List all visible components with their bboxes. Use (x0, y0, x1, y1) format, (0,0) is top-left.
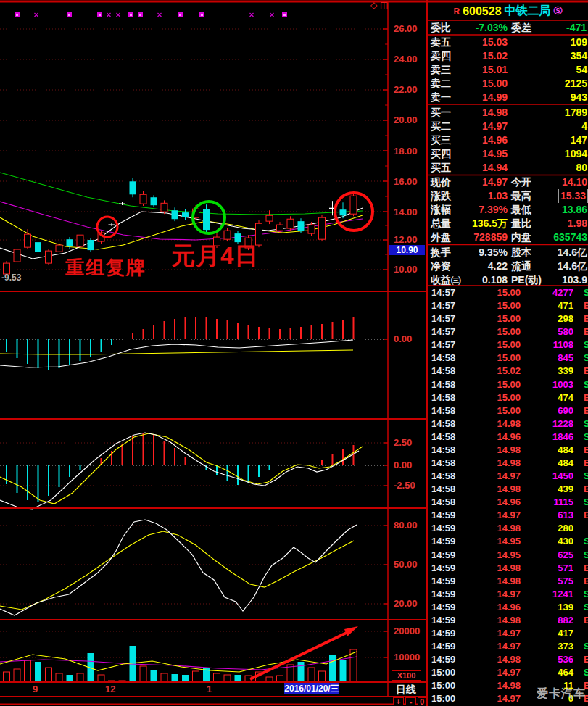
stock-code: 600528 (463, 5, 501, 18)
quote-info-grid: 现价14.97今开14.10涨跌1.03最高15.33涨幅7.39%最低13.8… (428, 175, 588, 244)
tick-row: 14:5914.98280 (428, 522, 588, 535)
info-value: 728859 (473, 231, 508, 244)
tick-price: 14.98 (497, 679, 521, 692)
bid-label: 买二 (431, 120, 451, 133)
tick-price: 15.00 (497, 299, 521, 312)
ask-ladder-row[interactable]: 卖五15.03109 (428, 36, 588, 49)
info-row: 涨幅7.39%最低13.86 (428, 203, 588, 217)
tick-time: 14:58 (431, 457, 455, 470)
tick-row: 14:5815.00474B (428, 391, 588, 404)
tick-row: 14:5814.98439B (428, 483, 588, 496)
tick-volume: 575 (558, 575, 573, 588)
bid-ladder-row[interactable]: 买五14.9480 (428, 161, 588, 175)
tick-volume: 474 (558, 391, 573, 404)
tick-volume: 1450 (552, 470, 573, 483)
tick-time: 14:59 (431, 601, 455, 614)
tick-time: 15:00 (431, 679, 455, 692)
tick-flag: B (584, 653, 588, 666)
date-tick-label: 9 (33, 684, 38, 694)
bid-price: 14.96 (482, 133, 508, 147)
tick-price: 15.00 (497, 339, 521, 352)
ask-ladder-row[interactable]: 卖一14.99943 (428, 91, 588, 104)
tick-time: 14:57 (431, 325, 455, 339)
tick-time: 14:59 (431, 640, 455, 653)
tick-price: 14.98 (497, 562, 521, 575)
tick-volume: 439 (558, 483, 573, 496)
info-label: 总量 (431, 217, 451, 231)
zoom-in-button[interactable]: + (393, 697, 404, 705)
tick-row: 14:5715.00580B (428, 325, 588, 339)
info-label: 净资 (431, 259, 451, 273)
diamond-icon[interactable]: ◇ (370, 1, 377, 9)
indicator-panel-3[interactable] (0, 419, 388, 508)
tick-flag: S (584, 470, 588, 483)
bid-ladder-row[interactable]: 买三14.96147 (428, 133, 588, 147)
tick-volume: 484 (558, 457, 573, 470)
tick-time: 14:58 (431, 470, 455, 483)
tick-row: 14:5815.001003S (428, 378, 588, 391)
tick-price: 14.98 (497, 614, 521, 627)
tick-volume: 471 (558, 299, 573, 312)
ask-volume: 943 (571, 91, 587, 104)
tick-flag: B (584, 365, 588, 378)
ask-volume: 2125 (565, 77, 587, 91)
tick-flag: S (584, 352, 588, 365)
tick-flag: S (584, 378, 588, 391)
tick-time: 15:00 (431, 666, 455, 679)
zoom-reset-button[interactable]: 0 (418, 697, 426, 705)
bid-ladder-row[interactable]: 买二14.974 (428, 120, 588, 133)
tick-volume: 4277 (552, 286, 573, 299)
tick-row: 14:5815.02339B (428, 365, 588, 378)
tick-volume: 298 (558, 312, 573, 325)
weicha-label: 委差 (511, 21, 531, 35)
tick-volume: 484 (558, 444, 573, 457)
tick-flag: S (584, 601, 588, 614)
ask-ladder-row[interactable]: 卖二15.002125 (428, 77, 588, 91)
volume-panel[interactable] (0, 620, 388, 682)
tick-row: 15:0014.97464S (428, 666, 588, 679)
indicator-panel-4[interactable] (0, 508, 388, 620)
bid-label: 买四 (431, 147, 451, 161)
ask-ladder-row[interactable]: 卖四15.02354 (428, 49, 588, 63)
tick-flag: S (584, 666, 588, 679)
ask-ladder: 卖五15.03109卖四15.02354卖三15.0154卖二15.002125… (428, 36, 588, 104)
tick-volume: 139 (558, 601, 573, 614)
tick-flag: S (584, 286, 588, 299)
tick-time: 14:58 (431, 418, 455, 431)
bid-volume: 80 (576, 161, 587, 175)
tick-time: 14:59 (431, 653, 455, 666)
ask-ladder-row[interactable]: 卖三15.0154 (428, 63, 588, 77)
tick-price: 14.98 (497, 575, 521, 588)
ask-label: 卖二 (431, 77, 451, 91)
tick-flag: B (584, 457, 588, 470)
info-label: 量比 (511, 217, 531, 231)
bid-label: 买三 (431, 133, 451, 147)
tick-volume: 613 (558, 509, 573, 522)
tick-time: 14:59 (431, 614, 455, 627)
bid-ladder-row[interactable]: 买一14.981789 (428, 106, 588, 120)
info-row: 收益㈢0.108PE(动)103.9 (428, 273, 588, 287)
indicator-panel-2[interactable] (0, 291, 388, 419)
info-label: 涨幅 (431, 203, 451, 217)
period-selector[interactable]: 日线 (396, 684, 416, 697)
frame-icon[interactable]: ◫ (380, 1, 388, 9)
tick-time: 14:59 (431, 575, 455, 588)
ask-label: 卖一 (431, 91, 451, 104)
bid-volume: 1094 (565, 147, 587, 161)
info-value: 14.97 (482, 175, 508, 189)
tick-volume: 571 (558, 562, 573, 575)
weibi-row: 委比 -7.03% 委差 -471 (428, 21, 588, 35)
tick-flag: S (584, 431, 588, 444)
tick-price: 14.95 (497, 535, 521, 548)
date-tick-label: 1 (207, 684, 212, 694)
tick-volume: 1228 (552, 418, 573, 431)
tick-price: 14.98 (497, 522, 521, 535)
tick-price: 14.97 (497, 509, 521, 522)
y-axis-label: 10.00 (394, 265, 418, 274)
time-sales-list[interactable]: 14:5715.004277S14:5715.00471B14:5715.002… (428, 286, 588, 706)
zoom-out-button[interactable]: - (405, 697, 416, 705)
y-axis-label: 0.00 (394, 334, 412, 344)
cursor-date-box: 2016/01/20/三 (284, 683, 339, 694)
bid-ladder-row[interactable]: 买四14.951094 (428, 147, 588, 161)
tick-price: 15.00 (497, 404, 521, 418)
